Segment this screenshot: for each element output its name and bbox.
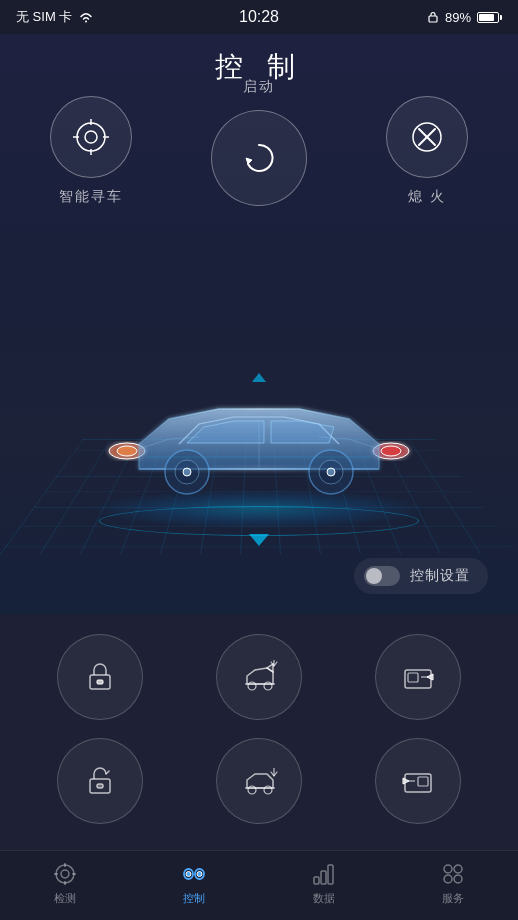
svg-point-32 [264, 786, 272, 794]
battery-icon [477, 12, 502, 23]
svg-rect-48 [321, 871, 326, 884]
find-car-label: 智能寻车 [59, 188, 123, 206]
icon-cell-trunk-close [189, 738, 330, 824]
icon-cell-window-left [347, 634, 488, 720]
svg-rect-30 [97, 784, 103, 788]
svg-rect-0 [429, 16, 437, 22]
trunk-open-button[interactable] [216, 634, 302, 720]
refresh-icon [236, 135, 282, 181]
svg-point-52 [444, 875, 452, 883]
status-left: 无 SIM 卡 [16, 8, 94, 26]
svg-point-53 [454, 875, 462, 883]
svg-point-38 [61, 870, 69, 878]
svg-point-1 [77, 123, 105, 151]
trunk-close-icon [239, 762, 279, 800]
find-car-button[interactable] [50, 96, 132, 178]
function-icon-grid [20, 634, 498, 824]
lock-button[interactable] [57, 634, 143, 720]
svg-point-23 [248, 682, 256, 690]
unlock-icon [81, 762, 119, 800]
tab-data-label: 数据 [313, 891, 335, 906]
sim-status: 无 SIM 卡 [16, 8, 72, 26]
svg-point-46 [197, 872, 202, 877]
svg-point-2 [85, 131, 97, 143]
toggle-knob [366, 568, 382, 584]
svg-rect-47 [314, 877, 319, 884]
car-glow-ring [99, 506, 419, 536]
battery-percent: 89% [445, 10, 471, 25]
icon-cell-window-right [347, 738, 488, 824]
tab-service-label: 服务 [442, 891, 464, 906]
tab-service[interactable]: 服务 [389, 861, 519, 906]
tab-data-icon [311, 861, 337, 887]
control-settings-toggle[interactable]: 控制设置 [354, 558, 488, 594]
top-section: 控 制 智能寻车 启动 [0, 34, 518, 614]
svg-rect-22 [97, 680, 103, 684]
tab-control[interactable]: 控制 [130, 861, 260, 906]
svg-rect-49 [328, 865, 333, 884]
icon-cell-trunk-open [189, 634, 330, 720]
tab-control-label: 控制 [183, 891, 205, 906]
stop-label: 熄 火 [408, 188, 446, 206]
tab-detect-label: 检测 [54, 891, 76, 906]
svg-point-45 [186, 872, 191, 877]
control-settings-label: 控制设置 [410, 567, 470, 585]
tab-bar: 检测 控制 数据 [0, 850, 518, 920]
status-right: 89% [427, 10, 502, 25]
icon-cell-lock [30, 634, 171, 720]
start-button[interactable] [211, 110, 307, 206]
unlock-button[interactable] [57, 738, 143, 824]
svg-point-37 [56, 865, 74, 883]
svg-rect-27 [408, 673, 418, 682]
stop-icon [405, 115, 449, 159]
start-group: 启动 [211, 78, 307, 206]
target-icon [69, 115, 113, 159]
stop-button[interactable] [386, 96, 468, 178]
wifi-icon [78, 11, 94, 23]
tab-control-icon [181, 861, 207, 887]
trunk-close-button[interactable] [216, 738, 302, 824]
svg-point-16 [183, 468, 191, 476]
svg-point-13 [381, 446, 401, 456]
tab-detect-icon [52, 861, 78, 887]
stop-group: 熄 火 [386, 96, 468, 206]
lock-icon [81, 658, 119, 696]
tab-detect[interactable]: 检测 [0, 861, 130, 906]
status-time: 10:28 [239, 8, 279, 26]
tab-data[interactable]: 数据 [259, 861, 389, 906]
window-left-button[interactable] [375, 634, 461, 720]
icon-cell-unlock [30, 738, 171, 824]
svg-point-31 [248, 786, 256, 794]
control-buttons: 智能寻车 启动 熄 火 [0, 86, 518, 206]
window-right-button[interactable] [375, 738, 461, 824]
settings-toggle-switch[interactable] [364, 566, 400, 586]
svg-point-11 [117, 446, 137, 456]
status-bar: 无 SIM 卡 10:28 89% [0, 0, 518, 34]
down-arrow-indicator [249, 534, 269, 546]
tab-service-icon [440, 861, 466, 887]
svg-point-19 [327, 468, 335, 476]
window-left-icon [399, 658, 437, 696]
lock-icon [427, 11, 439, 23]
svg-point-50 [444, 865, 452, 873]
start-label: 启动 [243, 78, 275, 96]
svg-rect-35 [418, 777, 428, 786]
svg-point-24 [264, 682, 272, 690]
svg-point-51 [454, 865, 462, 873]
find-car-group: 智能寻车 [50, 96, 132, 206]
trunk-open-icon [239, 658, 279, 696]
window-right-icon [399, 762, 437, 800]
